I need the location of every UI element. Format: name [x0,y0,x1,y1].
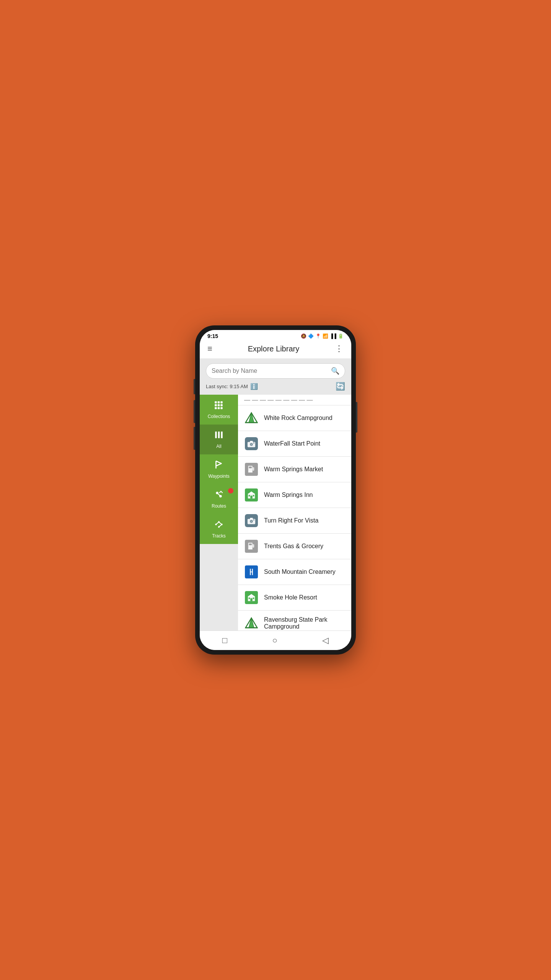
sync-bar: Last sync: 9:15 AM ℹ️ 🔄 [200,379,351,395]
svg-rect-52 [250,598,253,601]
list-item-label-7: South Mountain Creamery [264,568,336,575]
search-icon[interactable]: 🔍 [331,367,339,375]
svg-rect-4 [218,404,220,406]
more-button[interactable]: ⋮ [335,344,344,354]
collections-label: Collections [208,414,230,419]
list-item-icon-2 [244,436,259,451]
bluetooth-icon: 🔷 [308,333,314,339]
nav-back-button[interactable]: ◁ [322,635,329,645]
svg-rect-1 [218,401,220,403]
list-item[interactable]: Turn Right For Vista [238,508,351,534]
nav-home-button[interactable]: ○ [272,635,277,645]
svg-rect-27 [250,441,253,443]
svg-rect-41 [250,518,253,519]
location-icon: 📍 [315,333,321,339]
wifi-icon: 📶 [323,333,328,339]
svg-point-28 [253,443,254,444]
sidebar: Collections All [200,395,238,630]
list-item[interactable]: WaterFall Start Point [238,431,351,457]
svg-rect-35 [250,496,253,498]
list-container: White Rock Campground WaterFall Start Po… [238,405,351,630]
list-item[interactable]: Smoke Hole Resort [238,585,351,611]
svg-point-26 [251,444,253,446]
list-item-icon-7 [244,565,259,579]
svg-rect-10 [218,431,220,438]
list-item-label-4: Warm Springs Inn [264,492,313,498]
menu-button[interactable]: ≡ [207,344,212,354]
svg-marker-56 [249,618,254,628]
svg-line-19 [219,522,222,525]
svg-rect-45 [253,544,254,548]
svg-line-18 [216,522,219,525]
signal-icon: ▐▐ [330,333,336,339]
svg-rect-7 [218,407,220,409]
search-box: 🔍 [206,363,345,379]
svg-marker-22 [249,413,254,423]
svg-rect-53 [249,598,250,599]
nav-bar: □ ○ ◁ [200,630,351,650]
svg-point-40 [251,521,253,523]
list-item[interactable]: South Mountain Creamery [238,559,351,585]
list-item[interactable]: Warm Springs Inn [238,482,351,508]
all-label: All [216,444,221,449]
list-item[interactable]: Trents Gas & Grocery [238,534,351,559]
sidebar-item-all[interactable]: All [200,425,238,454]
svg-rect-0 [215,401,217,403]
content-area: Collections All [200,395,351,630]
partial-list-item[interactable]: — — — — — — — — — [238,395,351,405]
waypoints-label: Waypoints [208,474,230,479]
routes-badge [228,488,233,493]
sidebar-item-routes[interactable]: Routes [200,484,238,514]
svg-rect-3 [215,404,217,406]
sidebar-item-waypoints[interactable]: Waypoints [200,454,238,484]
tracks-label: Tracks [212,533,226,539]
list-item[interactable]: Warm Springs Market [238,457,351,482]
nav-square-button[interactable]: □ [222,635,227,645]
list-item-label-1: White Rock Campground [264,415,333,421]
sidebar-item-collections[interactable]: Collections [200,395,238,425]
main-list: — — — — — — — — — White Rock Campground … [238,395,351,630]
svg-line-13 [217,493,221,497]
list-item[interactable]: White Rock Campground [238,405,351,431]
list-item-label-2: WaterFall Start Point [264,440,320,447]
info-icon[interactable]: ℹ️ [250,383,258,390]
waypoints-icon [214,460,224,472]
list-item-label-6: Trents Gas & Grocery [264,543,323,550]
svg-rect-5 [220,404,222,406]
svg-rect-2 [220,401,222,403]
search-input[interactable] [212,368,328,374]
list-item[interactable]: Ravensburg State Park Campground [238,611,351,630]
refresh-button[interactable]: 🔄 [336,382,345,391]
status-time: 9:15 [207,333,218,339]
list-item-icon-5 [244,513,259,528]
svg-rect-36 [249,495,250,497]
list-item-label-3: Warm Springs Market [264,466,323,473]
routes-label: Routes [212,503,226,509]
search-area: 🔍 [200,359,351,379]
svg-point-42 [253,519,254,521]
all-icon [214,430,224,442]
routes-icon [214,490,224,502]
sidebar-item-tracks[interactable]: Tracks [200,514,238,544]
svg-rect-30 [249,467,252,469]
list-item-label-8: Smoke Hole Resort [264,594,317,601]
tracks-icon [214,519,224,532]
svg-line-20 [219,524,222,527]
status-icons: 🔕 🔷 📍 📶 ▐▐ 🔋 [301,333,344,339]
svg-marker-51 [248,594,255,596]
svg-rect-37 [253,495,254,497]
svg-rect-54 [253,598,254,599]
status-bar: 9:15 🔕 🔷 📍 📶 ▐▐ 🔋 [200,330,351,341]
top-bar: ≡ Explore Library ⋮ [200,341,351,359]
svg-rect-31 [253,467,254,471]
list-item-icon-3 [244,462,259,477]
sync-info: Last sync: 9:15 AM ℹ️ [206,383,258,390]
sync-label: Last sync: 9:15 AM [206,384,248,389]
list-item-label-9: Ravensburg State Park Campground [264,616,345,630]
mute-icon: 🔕 [301,333,306,339]
partial-item-text: — — — — — — — — — [244,397,313,403]
list-item-icon-4 [244,488,259,502]
list-item-icon-1 [244,411,259,425]
svg-rect-8 [220,407,222,409]
battery-icon: 🔋 [338,333,344,339]
